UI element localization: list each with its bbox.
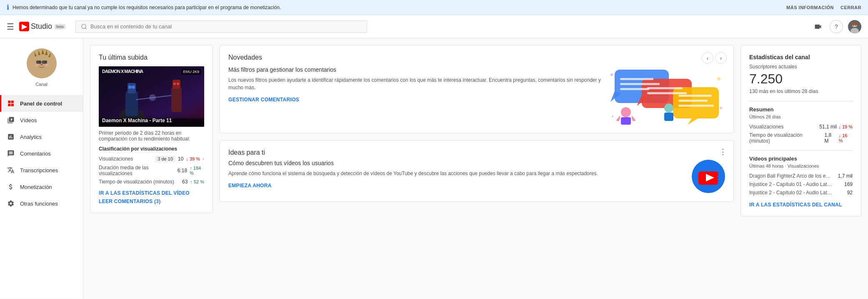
svg-rect-12 <box>36 60 41 64</box>
stats-row-duration: Duración media de las visualizaciones 6:… <box>99 163 204 178</box>
novedades-desc: Los nuevos filtros pueden ayudarte a ide… <box>228 76 602 91</box>
notification-bar: ℹ Hemos determinado que tu canal ya no c… <box>0 0 868 15</box>
subs-label: Suscriptores actuales <box>749 64 853 70</box>
menu-icon[interactable]: ☰ <box>7 22 14 32</box>
metric-row-views: Visualizaciones 51,1 mil ↓ 19 % <box>749 123 853 131</box>
comments-link[interactable]: LEER COMENTARIOS (3) <box>99 198 204 204</box>
svg-rect-35 <box>673 87 719 118</box>
next-arrow[interactable]: › <box>715 52 727 64</box>
stats-header: Clasificación por visualizaciones <box>99 146 204 152</box>
prev-arrow[interactable]: ‹ <box>702 52 713 64</box>
divider-2 <box>749 150 853 151</box>
channel-stats-title: Estadísticas del canal <box>749 54 853 60</box>
ideas-content: Cómo descubren tus vídeos los usuarios A… <box>228 160 725 193</box>
duration-count: 6:18 <box>178 168 187 173</box>
views-trend-down: ↓ 39 % <box>186 156 200 161</box>
top-videos-title: Vídeos principales <box>749 156 853 162</box>
sidebar-item-videos[interactable]: Vídeos <box>0 112 83 128</box>
search-input[interactable] <box>90 23 362 30</box>
metric-row-watchtime: Tiempo de visualización (minutos) 1,8 M … <box>749 131 853 145</box>
svg-point-22 <box>128 85 132 89</box>
ideas-subtitle: Cómo descubren tus vídeos los usuarios <box>228 160 685 166</box>
top-video-row-3: Injustice 2 - Capítulo 02 - Audio Latino… <box>749 188 853 197</box>
channel-avatar[interactable] <box>27 48 57 78</box>
info-icon: ℹ <box>7 3 9 11</box>
svg-marker-36 <box>688 118 698 125</box>
sidebar-item-transcripciones[interactable]: Transcripciones <box>0 162 83 178</box>
svg-point-45 <box>621 107 631 117</box>
watchtime-trend-up: ↑ 52 % <box>190 179 204 184</box>
video-thumbnail[interactable]: DAEMON X MACHINA EMU 2K9 Daemon X Machin… <box>99 66 204 127</box>
svg-point-29 <box>149 94 156 101</box>
video-badge: EMU 2K9 <box>181 69 201 75</box>
sidebar-item-comentarios[interactable]: Comentarios <box>0 145 83 162</box>
video-title: Daemon X Machina - Parte 11 <box>99 114 204 127</box>
top-video-name-2: Injustice 2 - Capítulo 01 - Audio Latino… <box>749 181 833 187</box>
svg-rect-39 <box>620 88 649 90</box>
sidebar-label-otras: Otras funciones <box>20 201 58 207</box>
top-videos-sub: Últimas 48 horas · Visualizaciones <box>749 163 853 168</box>
sidebar: Canal Panel de control Vídeos <box>0 38 83 299</box>
header: ☰ ▶ Studio beta ? <box>0 15 868 38</box>
novedades-text: Más filtros para gestionar los comentari… <box>228 66 602 125</box>
novedades-card: Novedades ‹ › Más filtros para gestionar… <box>220 45 734 133</box>
sidebar-item-analytics[interactable]: Analytics <box>0 128 83 145</box>
rank-badge: 3 de 10 <box>155 156 175 162</box>
upload-icon[interactable] <box>811 20 825 33</box>
translate-icon <box>7 166 15 174</box>
close-notification-button[interactable]: CERRAR <box>840 5 861 10</box>
top-video-row-1: Dragon Ball FighterZ Arco de los enemigo… <box>749 172 853 180</box>
duration-trend-up: ↑ 184 % <box>190 166 204 176</box>
svg-point-26 <box>173 83 176 85</box>
svg-rect-44 <box>678 105 714 107</box>
top-video-count-3: 92 <box>847 190 853 196</box>
sidebar-item-monetizacion[interactable]: Monetización <box>0 178 83 195</box>
views-arrow[interactable]: › <box>203 156 204 162</box>
svg-rect-46 <box>621 117 631 125</box>
svg-line-1 <box>85 28 86 29</box>
svg-rect-48 <box>664 113 673 121</box>
video-stats-link[interactable]: IR A LAS ESTADÍSTICAS DEL VÍDEO <box>99 190 204 196</box>
svg-rect-37 <box>620 78 653 80</box>
beta-badge: beta <box>55 24 65 29</box>
metric-views-value: 51,1 mil ↓ 19 % <box>819 124 853 130</box>
ideas-card: Ideas para ti Cómo descubren tus vídeos … <box>220 140 734 202</box>
novedades-image <box>608 66 725 125</box>
svg-rect-41 <box>647 92 687 94</box>
logo: ▶ Studio beta <box>19 22 65 31</box>
watchtime-count: 63 <box>182 179 188 185</box>
views-metric-trend: ↓ 19 % <box>838 124 853 129</box>
stats-label-duration: Duración media de las visualizaciones <box>99 165 178 176</box>
sidebar-label-videos: Vídeos <box>20 117 37 123</box>
subs-count: 7.250 <box>749 71 853 87</box>
help-icon[interactable]: ? <box>830 20 843 33</box>
novedades-title: Novedades <box>228 54 725 61</box>
gestionar-comentarios-link[interactable]: GESTIONAR COMENTARIOS <box>228 97 299 103</box>
comment-icon <box>7 149 15 158</box>
svg-point-6 <box>855 25 856 26</box>
right-column: Estadísticas del canal Suscriptores actu… <box>740 45 861 292</box>
empieza-ahora-link[interactable]: EMPIEZA AHORA <box>228 183 272 188</box>
stats-value-duration: 6:18 ↑ 184 % <box>178 166 204 176</box>
studio-label: Studio <box>31 22 52 31</box>
sidebar-item-panel[interactable]: Panel de control <box>0 95 83 112</box>
nav-arrows: ‹ › <box>702 52 727 64</box>
resumen-title: Resumen <box>749 106 853 113</box>
novedades-subtitle: Más filtros para gestionar los comentari… <box>228 66 602 73</box>
sidebar-item-otras[interactable]: Otras funciones <box>0 195 83 212</box>
upload-card-title: Tu última subida <box>99 54 204 61</box>
subs-growth: 130 más en los últimos 28 días <box>749 88 853 94</box>
search-bar[interactable] <box>75 20 367 33</box>
more-info-link[interactable]: MÁS INFORMACIÓN <box>786 5 834 10</box>
resumen-sub: Últimos 28 días <box>749 114 853 119</box>
top-video-count-1: 1,7 mil <box>838 173 853 179</box>
stats-value-views: 3 de 10 10 ↓ 39 % › <box>155 156 204 162</box>
svg-point-17 <box>45 63 48 67</box>
more-options-icon[interactable]: ⋮ <box>719 147 727 156</box>
channel-stats-link[interactable]: IR A LAS ESTADÍSTICAS DEL CANAL <box>749 202 853 208</box>
stats-value-watchtime: 63 ↑ 52 % <box>182 179 204 185</box>
avatar[interactable] <box>848 20 861 33</box>
youtube-icon: ▶ <box>19 22 29 31</box>
channel-stats-card: Estadísticas del canal Suscriptores actu… <box>740 45 861 216</box>
svg-rect-58 <box>718 181 719 183</box>
